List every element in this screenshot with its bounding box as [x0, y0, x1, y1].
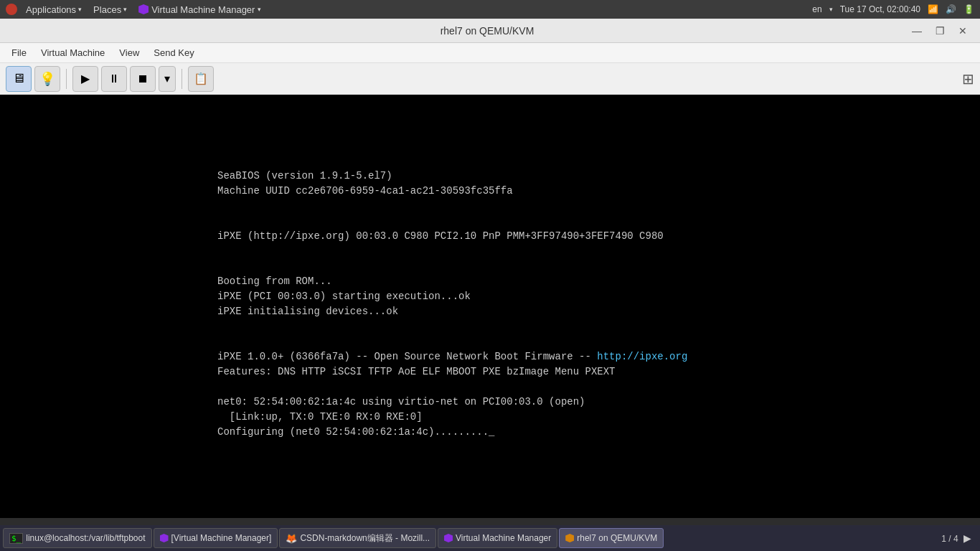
app-logo: [6, 4, 17, 15]
menu-bar: File Virtual Machine View Send Key: [0, 43, 980, 63]
stop-icon: ⏹: [137, 72, 149, 85]
vm-window: rhel7 on QEMU/KVM — ❐ ✕ File Virtual Mac…: [0, 19, 980, 95]
play-icon: ▶: [81, 72, 90, 85]
taskbar-rhel7[interactable]: rhel7 on QEMU/KVM: [559, 528, 664, 548]
fullscreen-icon: ⊞: [962, 71, 974, 87]
minimize-button[interactable]: —: [908, 22, 925, 39]
ipxe-link: http://ipxe.org: [597, 351, 687, 362]
locale-label: en: [812, 4, 821, 14]
system-bar-right: en ▾ Tue 17 Oct, 02:00:40 📶 🔊 🔋: [812, 4, 974, 14]
taskbar-firefox[interactable]: 🦊 CSDN-markdown编辑器 - Mozill...: [279, 528, 436, 548]
close-button[interactable]: ✕: [954, 22, 971, 39]
toolbar-sep-1: [66, 69, 67, 89]
vmm-arrow: ▾: [258, 6, 261, 13]
toolbar-monitor-btn[interactable]: 🖥: [6, 66, 32, 92]
terminal-content: SeaBIOS (version 1.9.1-5.el7) Machine UU…: [217, 123, 763, 455]
places-arrow: ▾: [123, 6, 127, 13]
pause-icon: ⏸: [108, 72, 120, 85]
toolbar-snapshot-btn[interactable]: 📋: [188, 66, 214, 92]
taskbar-vmm-active[interactable]: Virtual Machine Manager: [438, 528, 557, 548]
page-indicator: 1 / 4 ▶: [936, 532, 977, 544]
toolbar-dropdown-btn[interactable]: ▾: [159, 66, 176, 92]
toolbar-pause-btn[interactable]: ⏸: [101, 66, 127, 92]
toolbar-stop-btn[interactable]: ⏹: [130, 66, 156, 92]
toolbar: 🖥 💡 ▶ ⏸ ⏹ ▾ 📋 ⊞: [0, 63, 980, 95]
bulb-icon: 💡: [39, 71, 55, 87]
terminal-task-icon: $_: [9, 533, 23, 544]
vmm-label: Virtual Machine Manager: [151, 4, 255, 15]
rhel7-icon: [565, 534, 574, 542]
firefox-icon: 🦊: [286, 533, 297, 544]
menu-virtual-machine[interactable]: Virtual Machine: [35, 45, 110, 60]
wifi-icon: 📶: [928, 4, 938, 14]
monitor-icon: 🖥: [12, 71, 25, 86]
terminal-cursor: _: [489, 426, 494, 438]
applications-menu[interactable]: Applications ▾: [22, 4, 86, 15]
vmm-inactive-label: [Virtual Machine Manager]: [171, 533, 272, 543]
restore-button[interactable]: ❐: [931, 22, 948, 39]
applications-arrow: ▾: [78, 6, 82, 13]
locale-arrow: ▾: [829, 6, 833, 13]
system-bar: Applications ▾ Places ▾ Virtual Machine …: [0, 0, 980, 19]
applications-label: Applications: [26, 4, 76, 15]
toolbar-sep-2: [182, 69, 182, 89]
vmm-active-label: Virtual Machine Manager: [456, 533, 551, 543]
rhel7-label: rhel7 on QEMU/KVM: [577, 533, 657, 543]
volume-icon: 🔊: [946, 4, 956, 14]
battery-icon: 🔋: [963, 4, 974, 14]
page-indicator-label: 1 / 4: [941, 534, 958, 544]
taskbar-terminal[interactable]: $_ linux@localhost:/var/lib/tftpboot: [3, 528, 152, 548]
toolbar-bulb-btn[interactable]: 💡: [34, 66, 60, 92]
vmm-inactive-icon: [160, 534, 169, 542]
firefox-label: CSDN-markdown编辑器 - Mozill...: [300, 532, 430, 545]
toolbar-play-btn[interactable]: ▶: [72, 66, 98, 92]
vm-title: rhel7 on QEMU/KVM: [66, 25, 908, 37]
places-label: Places: [93, 4, 121, 15]
system-bar-left: Applications ▾ Places ▾ Virtual Machine …: [6, 4, 265, 15]
vmm-active-icon: [444, 534, 453, 542]
taskbar-vmm-inactive[interactable]: [Virtual Machine Manager]: [154, 528, 278, 548]
toolbar-fullscreen-btn[interactable]: ⊞: [962, 70, 974, 88]
vm-display[interactable]: SeaBIOS (version 1.9.1-5.el7) Machine UU…: [0, 95, 980, 518]
datetime-label: Tue 17 Oct, 02:00:40: [840, 4, 920, 14]
terminal-task-label: linux@localhost:/var/lib/tftpboot: [26, 533, 145, 543]
taskbar: $_ linux@localhost:/var/lib/tftpboot [Vi…: [0, 525, 980, 551]
places-menu[interactable]: Places ▾: [89, 4, 131, 15]
vm-window-controls: — ❐ ✕: [908, 22, 971, 39]
vmm-icon: [138, 4, 149, 14]
menu-send-key[interactable]: Send Key: [148, 45, 199, 60]
menu-file[interactable]: File: [6, 45, 32, 60]
term-line-1: SeaBIOS (version 1.9.1-5.el7) Machine UU…: [217, 170, 687, 438]
menu-view[interactable]: View: [113, 45, 145, 60]
vmm-menu[interactable]: Virtual Machine Manager ▾: [134, 4, 265, 15]
page-next-btn[interactable]: ▶: [963, 532, 971, 544]
dropdown-icon: ▾: [164, 72, 170, 85]
vm-titlebar: rhel7 on QEMU/KVM — ❐ ✕: [0, 19, 980, 43]
snapshot-icon: 📋: [194, 72, 208, 85]
